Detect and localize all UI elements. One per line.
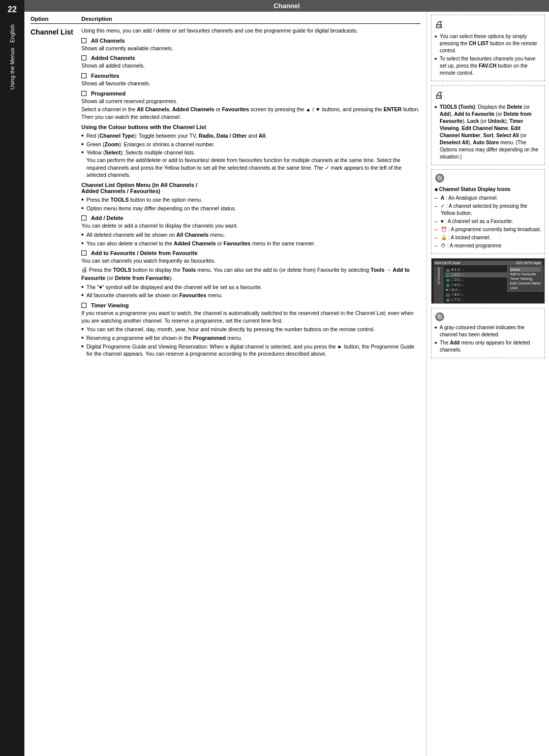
right-column: 🖨 You can select these options by simply… [427, 12, 549, 756]
add-delete-checkbox [81, 215, 86, 220]
screen-top-bar: 824 UKTV Gold 825 UKTV style [434, 261, 542, 265]
favourites-checkbox [81, 73, 86, 78]
screen-sidebar-text: All Channels [437, 267, 440, 285]
add-favourite-checkbox [81, 250, 86, 256]
tools-bullet-1: TOOLS (Tools): Displays the Delete (or A… [435, 104, 541, 161]
all-channels-title: All Channels [81, 38, 420, 44]
left-sidebar: 22 English Using the Menus [0, 0, 24, 756]
channel-list-option-heading: Channel List Option Menu (in All Channel… [81, 182, 420, 194]
all-channels-desc: Shows all currently available channels. [81, 45, 420, 52]
favourites-title: Favourites [81, 73, 420, 79]
channel-list-intro: Using this menu, you can add / delete or… [81, 27, 420, 35]
using-colour-heading: Using the Colour buttons with the Channe… [81, 124, 420, 130]
add-delete-bullet-2: You can also delete a channel to the Add… [81, 240, 420, 247]
programmed-title: Programmed [81, 90, 420, 97]
channel-list-option-section: Channel List Option Menu (in All Channel… [81, 182, 420, 212]
gray-note-list: A gray-coloured channel indicates the ch… [435, 324, 541, 354]
screen-menu: Delete Add to Favourite Timer Viewing Ed… [507, 266, 543, 292]
main-content: Channel Option Description Channel List … [24, 0, 549, 756]
menu-item-lock: Lock [510, 286, 541, 290]
programmed-desc2: Select a channel in the All Channels, Ad… [81, 106, 420, 120]
channel-status-section: 🔘 ■ Channel Status Display Icons A : An … [431, 169, 545, 254]
add-favourite-list: The "♥" symbol will be displayed and the… [81, 284, 420, 299]
add-delete-desc: You can delete or add a channel to displ… [81, 222, 420, 230]
menu-item-add-fav: Add to Favourite [510, 272, 541, 276]
col-option-header: Option [30, 16, 81, 22]
menu-item-delete: Delete [510, 267, 541, 272]
timer-bullet-2: Reserving a programme will be shown in t… [81, 334, 420, 342]
timer-bullet-1: You can set the channel, day, month, yea… [81, 326, 420, 333]
gray-note-bullet-2: The Add menu only appears for deleted ch… [435, 339, 541, 354]
chlist-bullet-2: To select the favourites channels you ha… [435, 55, 541, 77]
gray-note-icon: 🔘 [435, 311, 541, 323]
programmed-checkbox [81, 91, 86, 96]
chlist-icon: 🖨 [435, 18, 541, 31]
timer-bullet-3: Digital Programme Guide and Viewing Rese… [81, 343, 420, 358]
add-favourite-bullet-1: The "♥" symbol will be displayed and the… [81, 284, 420, 291]
tools-icon: 🖨 [435, 89, 541, 102]
option-bullet-2: Option menu items may differ depending o… [81, 205, 420, 212]
timer-viewing-title: Timer Viewing [81, 302, 420, 308]
option-bullet-1: Press the TOOLS button to use the option… [81, 196, 420, 204]
sidebar-label-english: English [9, 24, 15, 43]
channel-list-option-label: Channel List [30, 27, 81, 361]
menu-item-edit-name: Edit Channel Name [510, 281, 541, 286]
channel-list-description: Using this menu, you can add / delete or… [81, 27, 420, 361]
add-delete-section: Add / Delete You can delete or add a cha… [81, 215, 420, 247]
status-analogue: A : An Analogue channel. [435, 195, 541, 202]
added-channels-checkbox [81, 55, 86, 60]
content-area: Option Description Channel List Using th… [24, 12, 549, 756]
screen-sidebar-label: All Channels [434, 266, 444, 304]
added-channels-section: Added Channels Shows all added channels. [81, 55, 420, 70]
colour-bullet-red: Red (Channel Type): Toggle between your … [81, 132, 420, 140]
favourites-desc: Shows all favourite channels. [81, 80, 420, 87]
right-box-tools: 🖨 TOOLS (Tools): Displays the Delete (or… [431, 85, 545, 165]
add-favourite-title: Add to Favourite / Delete from Favourite [81, 250, 420, 256]
status-programme: ⏰ : A programme currently being broadcas… [435, 226, 541, 233]
timer-viewing-checkbox [81, 303, 86, 308]
status-reserved: ⏱ : A reserved programme [435, 242, 541, 249]
timer-viewing-desc: If you reserve a programme you want to w… [81, 309, 420, 324]
favourites-section: Favourites Shows all favourite channels. [81, 73, 420, 87]
right-box-chlist: 🖨 You can select these options by simply… [431, 15, 545, 81]
chlist-bullet-1: You can select these options by simply p… [435, 33, 541, 54]
timer-viewing-section: Timer Viewing If you reserve a programme… [81, 302, 420, 358]
channel-status-list: A : An Analogue channel. ✓ : A channel s… [435, 195, 541, 249]
add-delete-title: Add / Delete [81, 215, 420, 221]
colour-bullet-yellow: Yellow (Select): Selects multiple channe… [81, 149, 420, 179]
add-favourite-section: Add to Favourite / Delete from Favourite… [81, 250, 420, 299]
timer-viewing-list: You can set the channel, day, month, yea… [81, 326, 420, 358]
screen-row-8: 📺□ 8C -- [445, 302, 541, 304]
add-favourite-desc: You can set channels you watch frequentl… [81, 257, 420, 265]
channel-status-note-icon: 🔘 [435, 173, 541, 184]
status-selected: ✓ : A channel selected by pressing the Y… [435, 203, 541, 217]
col-description-header: Description [81, 16, 420, 22]
screen-mock-inner: All Channels 📺A 1C -- 📺□ 2C -- 📺□ 3C -- … [434, 266, 542, 304]
added-channels-title: Added Channels [81, 55, 420, 61]
chlist-bullet-list: You can select these options by simply p… [435, 33, 541, 77]
channel-status-title: ■ Channel Status Display Icons [435, 186, 541, 193]
sidebar-label-menus: Using the Menus [9, 48, 15, 90]
page-number: 22 [8, 5, 17, 14]
screen-row-6: 📺□ 6C -- [445, 292, 541, 297]
all-channels-section: All Channels Shows all currently availab… [81, 38, 420, 52]
using-colour-section: Using the Colour buttons with the Channe… [81, 124, 420, 179]
channel-header: Channel [24, 0, 549, 12]
table-header-row: Option Description [30, 16, 420, 24]
programmed-section: Programmed Shows all current reserved pr… [81, 90, 420, 121]
screen-mock: 824 UKTV Gold 825 UKTV style All Channel… [431, 258, 545, 304]
add-delete-bullet-1: All deleted channels will be shown on Al… [81, 231, 420, 239]
screen-top-left: 824 UKTV Gold [435, 261, 460, 265]
add-favourite-bullet-2: All favourite channels will be shown on … [81, 292, 420, 299]
tools-bullet-list: TOOLS (Tools): Displays the Delete (or A… [435, 104, 541, 161]
page: 22 English Using the Menus Channel Optio… [0, 0, 549, 756]
status-favourite: ♥ : A channel set as a Favourite. [435, 218, 541, 225]
all-channels-checkbox [81, 38, 86, 43]
gray-note-box: 🔘 A gray-coloured channel indicates the … [431, 308, 545, 358]
programmed-desc1: Shows all current reserved programmes. [81, 98, 420, 105]
status-locked: 🔒 : A locked channel. [435, 234, 541, 241]
add-favourite-intro2: 🖨 Press the TOOLS button to display the … [81, 266, 420, 281]
channel-list-row: Channel List Using this menu, you can ad… [30, 27, 420, 361]
using-colour-list: Red (Channel Type): Toggle between your … [81, 132, 420, 179]
menu-item-timer: Timer Viewing [510, 276, 541, 281]
